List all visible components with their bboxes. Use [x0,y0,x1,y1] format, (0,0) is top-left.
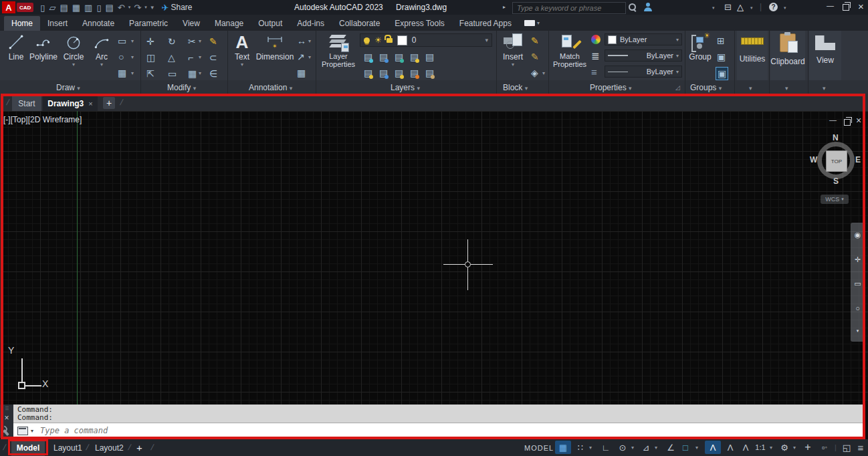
snap-mode-button[interactable]: ∷ [574,441,587,454]
rotate-icon[interactable]: ↻ [168,37,176,46]
plot-icon[interactable]: ▥ [84,3,92,12]
otrack-button[interactable]: ∠ [663,441,678,454]
nav-pan-icon[interactable]: ✛ [855,255,861,264]
draw-panel-label[interactable]: Draw ▾ [56,83,80,92]
dim-linear-icon[interactable]: ↔ [297,36,306,45]
annotation-monitor-button[interactable]: + [800,441,815,454]
viewport-style-control[interactable]: [2D Wireframe] [28,115,82,124]
layer-color-swatch[interactable] [397,35,407,45]
new-file-icon[interactable]: ▯ [40,3,45,12]
tab-view[interactable]: View [175,16,207,31]
app-logo-icon[interactable]: A [2,1,15,13]
utilities-caret[interactable]: ▾ [749,83,752,92]
ellipse-icon[interactable]: ○ [118,52,124,62]
layer-dropdown[interactable]: ☀ 0 ▾ [360,33,492,47]
workspace-button[interactable]: ⚙ [777,441,792,454]
rectangle-icon[interactable]: ▭ [118,36,126,45]
scale-icon[interactable]: ▭ [168,69,177,78]
customize-wrench-icon[interactable] [5,429,9,436]
viewport-view-control[interactable]: [Top] [11,115,28,124]
command-prompt-caret-icon[interactable]: ▾ [31,428,33,434]
fillet-icon[interactable]: ⌐ [188,53,193,62]
command-history[interactable]: Command: Command: [13,405,865,423]
layout2-tab[interactable]: Layout2 [95,439,124,456]
color-dropdown[interactable]: ByLayer ▾ [605,33,682,45]
search-input[interactable] [513,4,625,12]
command-prompt-icon[interactable] [17,427,28,435]
arc-caret-icon[interactable]: ▾ [87,62,116,68]
command-input-row[interactable]: ▾ [13,423,865,438]
open-file-icon[interactable]: ▱ [49,3,56,12]
osnap-button[interactable]: □ [678,441,693,454]
scale-value[interactable]: 1:1 [753,441,768,454]
annotation-panel-label[interactable]: Annotation ▾ [249,83,292,92]
wcs-dropdown[interactable]: WCS▾ [821,195,849,204]
customization-button[interactable]: ≡ [855,441,867,454]
ungroup-icon[interactable]: ⊞ [717,36,725,45]
file-tab-start[interactable]: Start [12,96,41,111]
dim-linear-caret-icon[interactable]: ▾ [308,39,311,44]
viewport-minus-control[interactable]: [-] [3,115,11,124]
search-icon[interactable] [629,3,636,11]
restore-button[interactable] [843,4,849,11]
command-grip-icon[interactable]: ⠿ [0,406,13,412]
viewcube-east[interactable]: E [855,155,861,164]
autodesk-logo-icon[interactable]: △ [737,2,744,12]
array-caret-icon[interactable]: ▾ [199,71,201,76]
autodesk-caret-icon[interactable]: ▾ [750,5,753,11]
tab-featured-apps[interactable]: Featured Apps [452,16,519,31]
undo-icon[interactable]: ↶ [118,3,125,12]
file-tab-drawing3[interactable]: Drawing3 × [43,96,98,111]
insert-caret-icon[interactable]: ▾ [499,62,527,68]
array-icon[interactable]: ▦ [188,69,197,78]
tab-parametric[interactable]: Parametric [122,16,175,31]
block-panel-label[interactable]: Block ▾ [503,83,528,92]
block-editor-icon[interactable]: ◈ [531,68,538,78]
viewport-restore-icon[interactable] [844,119,851,126]
mobile-icon[interactable]: ▯ [96,3,101,12]
mirror-icon[interactable]: △ [168,53,175,62]
polyline-button[interactable]: Polyline [27,32,60,62]
group-edit-icon[interactable]: ▣ [717,52,726,62]
save-as-icon[interactable]: ▦ [72,3,80,12]
group-button[interactable]: ☀ Group [686,32,714,62]
copy-icon[interactable]: ◫ [146,53,155,62]
properties-panel-label[interactable]: Properties ▾ [590,83,632,92]
trim-icon[interactable]: ✂ [188,37,196,46]
share-icon[interactable]: ✈ [162,3,169,12]
text-button[interactable]: A Text ▾ [230,32,254,68]
tab-home[interactable]: Home [4,16,40,31]
rectangle-caret-icon[interactable]: ▾ [131,39,134,44]
define-attributes-icon[interactable]: ✎ [531,36,539,45]
help-caret-icon[interactable]: ▾ [784,5,786,11]
dimension-button[interactable]: ✶ Dimension [255,32,294,62]
tab-insert[interactable]: Insert [40,16,75,31]
group-selection-icon[interactable]: ▣ [716,67,728,80]
layer-properties-button[interactable]: LayerProperties [320,32,357,68]
command-close-icon[interactable]: × [0,413,13,423]
viewport-close-icon[interactable]: × [856,115,861,126]
model-space-label[interactable]: MODEL [524,439,554,456]
fillet-caret-icon[interactable]: ▾ [199,55,201,60]
lineweight-caret-icon[interactable]: ▾ [676,53,679,59]
modify-panel-label[interactable]: Modify ▾ [167,83,196,92]
view-panel[interactable]: View [809,31,841,80]
insert-button[interactable]: Insert ▾ [499,32,527,68]
viewport-minimize-icon[interactable]: — [829,116,837,124]
utilities-panel[interactable]: Utilities [737,31,768,80]
match-properties-button[interactable]: MatchProperties [551,32,588,68]
circle-button[interactable]: Circle ▾ [59,32,88,68]
viewcube-north[interactable]: N [833,133,839,142]
clipboard-caret[interactable]: ▾ [785,83,788,92]
close-button[interactable]: × [858,1,864,12]
clean-screen-button[interactable]: ◱ [839,441,854,454]
linetype-dropdown[interactable]: ByLayer ▾ [605,66,682,78]
iso-caret-icon[interactable]: ▾ [652,441,660,454]
color-caret-icon[interactable]: ▾ [676,37,679,43]
layer-dropdown-caret-icon[interactable]: ▾ [485,37,488,43]
osnap-caret-icon[interactable]: ▾ [693,441,701,454]
ribbon-display-icon[interactable] [524,20,535,26]
hatch-icon[interactable]: ▦ [118,68,126,78]
clipboard-panel[interactable]: Clipboard [770,31,805,80]
scale-caret-icon[interactable]: ▾ [767,441,775,454]
